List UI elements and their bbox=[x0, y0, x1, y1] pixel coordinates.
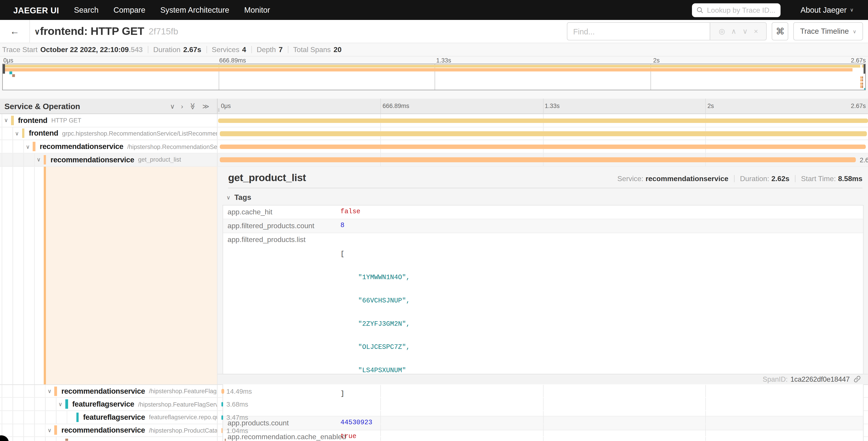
trace-title: frontend: HTTP GET bbox=[40, 25, 144, 37]
detail-start-label: Start Time: bbox=[801, 174, 836, 183]
tag-value: 8 bbox=[336, 219, 863, 233]
about-jaeger-menu[interactable]: About Jaeger ∨ bbox=[801, 5, 854, 14]
span-row-get-product-list[interactable]: ∨ recommendationservice get_product_list… bbox=[0, 153, 868, 167]
chevron-down-icon[interactable]: ∨ bbox=[15, 130, 19, 137]
next-match-icon[interactable]: ∨ bbox=[742, 28, 748, 35]
span-bar[interactable] bbox=[221, 402, 223, 407]
span-detail-row: get_product_list Service: recommendation… bbox=[0, 167, 868, 385]
services-label: Services bbox=[212, 46, 239, 54]
span-bar[interactable] bbox=[219, 131, 867, 136]
service-color-bar bbox=[44, 167, 46, 384]
depth-value: 7 bbox=[279, 46, 283, 54]
span-row-featureflag-parent[interactable]: ∨ recommendationservice /hipstershop.Fea… bbox=[0, 385, 868, 398]
service-name: recommendationservice bbox=[61, 426, 145, 435]
operation-name: /hipstershop.ProductCatalogSer... bbox=[149, 427, 217, 434]
ruler-tick: 1.33s bbox=[545, 102, 560, 109]
view-mode-select[interactable]: Trace Timeline ∨ bbox=[794, 22, 863, 40]
clear-find-icon[interactable]: × bbox=[754, 28, 758, 35]
span-row-featureflag-query[interactable]: featureflagservice featureflagservice.re… bbox=[0, 411, 868, 424]
span-bar[interactable] bbox=[219, 144, 866, 149]
minimap-right-handle[interactable] bbox=[863, 64, 865, 74]
service-name: frontend bbox=[29, 129, 58, 138]
chevron-down-icon: ∨ bbox=[850, 7, 854, 13]
back-button[interactable]: ← bbox=[0, 20, 30, 42]
minimap-tick: 2s bbox=[653, 57, 660, 64]
app-logo[interactable]: JAEGER UI bbox=[13, 5, 59, 15]
chevron-down-icon: ∨ bbox=[852, 29, 856, 34]
service-name: recommendationservice bbox=[40, 142, 123, 151]
prev-match-icon[interactable]: ∧ bbox=[731, 28, 736, 35]
nav-item-compare[interactable]: Compare bbox=[114, 5, 146, 14]
timeline-ruler: 0μs 666.89ms 1.33s 2s 2.67s bbox=[217, 98, 868, 113]
tag-row: app.filtered_products.count 8 bbox=[223, 219, 863, 233]
span-duration-label: 3.68ms bbox=[226, 401, 248, 408]
detail-duration-value: 2.62s bbox=[771, 174, 789, 183]
chevron-down-icon[interactable]: ∨ bbox=[37, 157, 41, 163]
tags-accordion-header[interactable]: ∨ Tags bbox=[226, 193, 864, 202]
collapse-one-icon[interactable]: ∨ bbox=[170, 102, 175, 110]
nav-item-monitor[interactable]: Monitor bbox=[244, 5, 270, 14]
top-nav: JAEGER UI Search Compare System Architec… bbox=[0, 0, 868, 20]
trace-title-bar: ← ∨ frontend: HTTP GET 2f715fb Find... ◎… bbox=[0, 20, 868, 42]
operation-name: grpc.hipstershop.RecommendationService/L… bbox=[62, 130, 217, 137]
collapse-all-icon[interactable]: ≫ bbox=[189, 102, 197, 110]
nav-item-system-architecture[interactable]: System Architecture bbox=[160, 5, 229, 14]
span-row-frontend-http-get[interactable]: ∨ frontend HTTP GET bbox=[0, 114, 868, 127]
span-row-partial[interactable] bbox=[0, 437, 868, 441]
chevron-down-icon[interactable]: ∨ bbox=[48, 427, 52, 433]
operation-name: /hipstershop.FeatureFlagService... bbox=[149, 388, 217, 394]
span-duration-label: 2.62s bbox=[860, 156, 868, 164]
chevron-down-icon[interactable]: ∨ bbox=[4, 117, 8, 123]
service-color-bar bbox=[55, 386, 57, 396]
expand-all-icon[interactable]: ≫ bbox=[202, 102, 209, 110]
span-bar[interactable] bbox=[221, 415, 223, 420]
chevron-down-icon[interactable]: ∨ bbox=[26, 144, 30, 150]
link-icon[interactable] bbox=[854, 376, 861, 383]
trace-id: 2f715fb bbox=[149, 26, 178, 36]
span-id-strip: SpanID: 1ca2262df0e18447 bbox=[217, 374, 868, 384]
span-bar[interactable] bbox=[219, 157, 856, 162]
operation-name: featureflagservice.repo.query:fe... bbox=[149, 414, 217, 420]
keyboard-shortcuts-button[interactable]: ⌘ bbox=[772, 22, 788, 40]
span-bar[interactable] bbox=[221, 389, 224, 394]
trace-start-fraction: .543 bbox=[129, 46, 143, 54]
ruler-tick: 2s bbox=[708, 102, 714, 109]
span-id-value: 1ca2262df0e18447 bbox=[790, 375, 850, 383]
span-bar[interactable] bbox=[218, 118, 868, 123]
chevron-down-icon[interactable]: ∨ bbox=[58, 401, 62, 407]
trace-start-value: October 22 2022, 22:10:09 bbox=[40, 46, 129, 54]
focus-match-icon[interactable]: ◎ bbox=[719, 28, 725, 35]
span-rows: ∨ frontend HTTP GET ∨ frontend grpc.hips… bbox=[0, 114, 868, 441]
find-input[interactable]: Find... bbox=[568, 23, 710, 40]
ruler-tick: 666.89ms bbox=[382, 102, 409, 109]
find-controls: ◎ ∧ ∨ × bbox=[710, 23, 766, 40]
nav-item-search[interactable]: Search bbox=[74, 5, 99, 14]
service-color-bar bbox=[65, 439, 68, 441]
span-bar[interactable] bbox=[224, 439, 226, 441]
command-icon: ⌘ bbox=[776, 26, 784, 36]
duration-label: Duration bbox=[153, 46, 180, 54]
operation-name: /hipstershop.RecommendationService/Lis..… bbox=[127, 143, 217, 150]
tag-value: false bbox=[336, 205, 863, 219]
trace-lookup-input[interactable]: Lookup by Trace ID... bbox=[692, 3, 780, 17]
total-spans-value: 20 bbox=[334, 46, 341, 54]
service-operation-title: Service & Operation bbox=[4, 101, 80, 111]
span-row-featureflag-getflag[interactable]: ∨ featureflagservice /hipstershop.Featur… bbox=[0, 398, 868, 411]
operation-name: get_product_list bbox=[138, 156, 181, 163]
span-bar[interactable] bbox=[221, 428, 223, 433]
timeline-grid-header: Service & Operation ∨ › ≫ ≫ ‖ 0μs 666.89… bbox=[0, 98, 868, 114]
service-color-bar bbox=[33, 142, 35, 151]
minimap-left-handle[interactable] bbox=[3, 64, 5, 74]
expand-one-icon[interactable]: › bbox=[181, 102, 183, 110]
collapse-trace-chevron-icon[interactable]: ∨ bbox=[34, 27, 40, 36]
span-row-frontend-grpc[interactable]: ∨ frontend grpc.hipstershop.Recommendati… bbox=[0, 127, 868, 140]
depth-label: Depth bbox=[257, 46, 276, 54]
service-name: featureflagservice bbox=[83, 413, 145, 421]
trace-minimap: 0μs 666.89ms 1.33s 2s 2.67s bbox=[0, 57, 868, 99]
duration-value: 2.67s bbox=[183, 46, 202, 54]
span-row-recommendation-list[interactable]: ∨ recommendationservice /hipstershop.Rec… bbox=[0, 140, 868, 153]
total-spans-label: Total Spans bbox=[293, 46, 331, 54]
chevron-down-icon[interactable]: ∨ bbox=[48, 388, 52, 394]
span-row-productcatalog[interactable]: ∨ recommendationservice /hipstershop.Pro… bbox=[0, 424, 868, 437]
minimap-canvas[interactable] bbox=[2, 64, 866, 90]
